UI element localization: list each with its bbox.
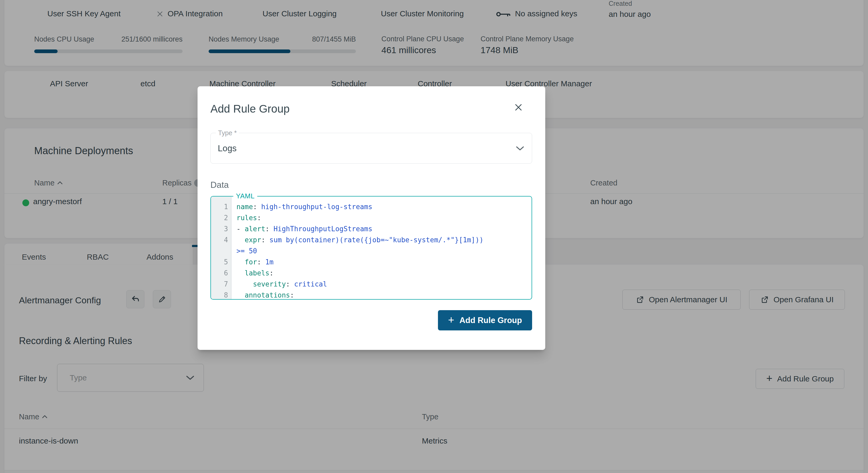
rule-type-select[interactable]: Type * Logs	[210, 133, 532, 164]
line-number: 1	[211, 201, 231, 212]
code-line: 5 for: 1m	[211, 256, 530, 267]
code-line-text: annotations:	[231, 290, 294, 301]
close-dialog-button[interactable]	[513, 101, 524, 113]
submit-add-rule-group-label: Add Rule Group	[460, 316, 522, 325]
code-line-text: expr: sum by(container)(rate({job=~"kube…	[231, 234, 484, 256]
plus-icon: +	[448, 315, 454, 325]
yaml-code-editor[interactable]: YAML 1name: high-throughput-log-streams2…	[210, 196, 532, 299]
code-lines: 1name: high-throughput-log-streams2rules…	[211, 201, 530, 301]
line-number: 6	[211, 267, 231, 279]
submit-add-rule-group-button[interactable]: + Add Rule Group	[438, 310, 532, 330]
line-number: 7	[211, 279, 231, 290]
code-line: 2rules:	[211, 212, 530, 223]
add-rule-group-dialog: Add Rule Group Type * Logs Data YAML 1na…	[197, 86, 545, 350]
chevron-down-icon	[516, 146, 525, 151]
dialog-title: Add Rule Group	[210, 103, 289, 115]
close-icon	[514, 103, 523, 112]
editor-language-label: YAML	[233, 192, 257, 200]
code-line: 1name: high-throughput-log-streams	[211, 201, 530, 212]
type-field-label: Type *	[216, 129, 239, 137]
line-number: 8	[211, 290, 231, 301]
code-line: 4 expr: sum by(container)(rate({job=~"ku…	[211, 234, 530, 256]
code-line: 8 annotations:	[211, 290, 530, 301]
type-field-value: Logs	[218, 144, 237, 153]
code-line-text: - alert: HighThroughputLogStreams	[231, 223, 372, 234]
data-field-label: Data	[210, 180, 229, 190]
code-line: 6 labels:	[211, 267, 530, 279]
line-number: 3	[211, 223, 231, 234]
code-line: 7 severity: critical	[211, 279, 530, 290]
code-line-text: name: high-throughput-log-streams	[231, 201, 372, 212]
line-number: 4	[211, 234, 231, 246]
code-line-text: for: 1m	[231, 256, 274, 267]
line-number: 5	[211, 256, 231, 267]
line-number: 2	[211, 212, 231, 223]
code-line-text: severity: critical	[231, 279, 327, 290]
code-line: 3- alert: HighThroughputLogStreams	[211, 223, 530, 234]
code-line-text: labels:	[231, 267, 274, 279]
code-line-text: rules:	[231, 212, 261, 223]
